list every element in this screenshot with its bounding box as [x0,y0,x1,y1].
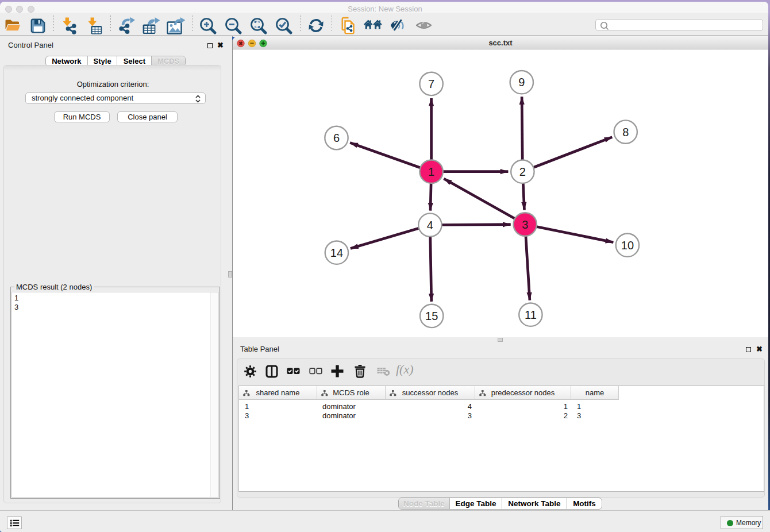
svg-text:11: 11 [525,309,537,321]
svg-text:4: 4 [427,219,433,232]
svg-text:14: 14 [330,246,343,259]
svg-text:15: 15 [425,310,438,322]
svg-text:7: 7 [428,78,434,90]
svg-text:3: 3 [522,218,528,231]
svg-text:10: 10 [621,239,634,252]
svg-text:8: 8 [622,126,629,138]
svg-text:6: 6 [333,132,340,144]
svg-text:2: 2 [519,165,526,178]
svg-text:9: 9 [518,76,525,88]
svg-text:1: 1 [428,165,434,178]
